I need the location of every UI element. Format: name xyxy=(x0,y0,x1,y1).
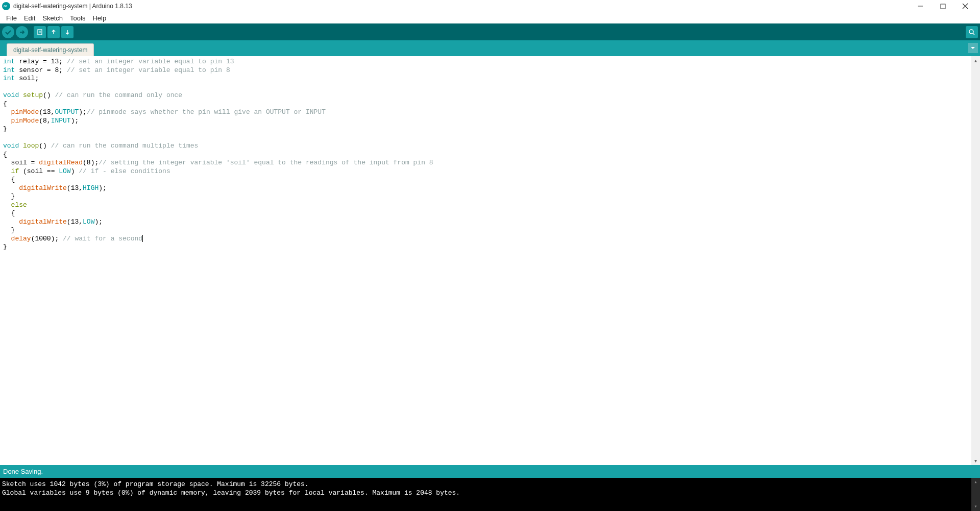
save-sketch-button[interactable] xyxy=(61,26,74,38)
maximize-button[interactable] xyxy=(939,3,946,10)
console-line: Global variables use 9 bytes (0%) of dyn… xyxy=(2,489,978,497)
text-cursor xyxy=(142,235,143,242)
scroll-up-icon[interactable]: ▴ xyxy=(971,478,980,486)
upload-button[interactable] xyxy=(16,26,28,38)
svg-line-8 xyxy=(973,33,974,35)
status-bar: Done Saving. xyxy=(0,465,980,478)
serial-monitor-button[interactable] xyxy=(966,26,978,38)
code-content[interactable]: int relay = 13; // set an integer variab… xyxy=(0,56,980,253)
close-button[interactable] xyxy=(962,3,969,10)
console-output: Sketch uses 1042 bytes (3%) of program s… xyxy=(0,478,980,511)
menu-file[interactable]: File xyxy=(3,13,20,23)
minimize-button[interactable] xyxy=(917,3,924,10)
menu-sketch[interactable]: Sketch xyxy=(39,13,66,23)
svg-rect-1 xyxy=(941,4,945,9)
tab-menu-button[interactable] xyxy=(968,43,978,53)
verify-button[interactable] xyxy=(2,26,14,38)
title-bar: digital-self-watering-system | Arduino 1… xyxy=(0,0,980,12)
editor-scrollbar[interactable]: ▴ ▾ xyxy=(971,56,980,465)
svg-point-7 xyxy=(969,30,973,34)
scroll-down-icon[interactable]: ▾ xyxy=(971,456,980,465)
app-icon xyxy=(2,2,10,10)
sketch-tab[interactable]: digital-self-watering-system xyxy=(7,43,94,56)
window-title: digital-self-watering-system | Arduino 1… xyxy=(13,3,132,10)
menu-edit[interactable]: Edit xyxy=(21,13,38,23)
status-message: Done Saving. xyxy=(3,468,43,475)
code-editor[interactable]: int relay = 13; // set an integer variab… xyxy=(0,56,980,465)
console-scrollbar[interactable]: ▴ ▾ xyxy=(971,478,980,511)
toolbar xyxy=(0,23,980,40)
menu-tools[interactable]: Tools xyxy=(67,13,88,23)
open-sketch-button[interactable] xyxy=(47,26,60,38)
tab-bar: digital-self-watering-system xyxy=(0,40,980,56)
console-line: Sketch uses 1042 bytes (3%) of program s… xyxy=(2,480,978,489)
menu-help[interactable]: Help xyxy=(89,13,109,23)
window-controls xyxy=(917,3,978,10)
scroll-down-icon[interactable]: ▾ xyxy=(971,502,980,511)
menu-bar: File Edit Sketch Tools Help xyxy=(0,12,980,23)
new-sketch-button[interactable] xyxy=(34,26,46,38)
scroll-up-icon[interactable]: ▴ xyxy=(971,56,980,65)
